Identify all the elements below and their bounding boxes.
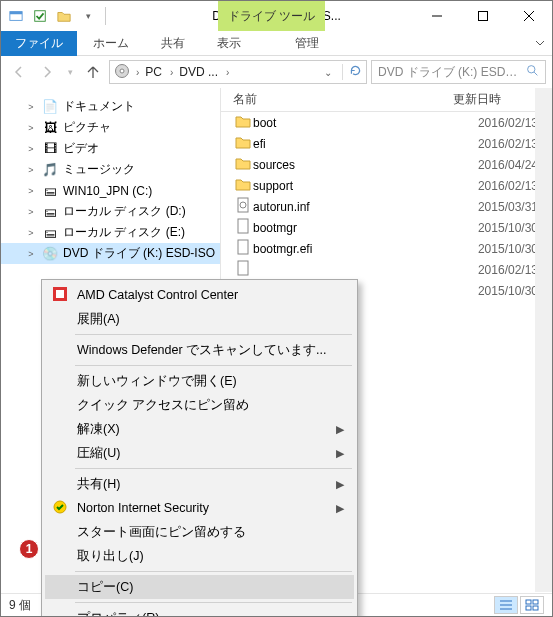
qat-new-folder-icon[interactable] (53, 5, 75, 27)
qat-app-icon[interactable] (5, 5, 27, 27)
ctx-item[interactable]: 新しいウィンドウで開く(E) (45, 369, 354, 393)
maximize-button[interactable] (460, 1, 506, 31)
ctx-item-icon (51, 500, 69, 517)
ctx-item-label: AMD Catalyst Control Center (77, 288, 238, 302)
expand-chevron[interactable]: > (25, 123, 37, 133)
ctx-item[interactable]: 共有(H) ▶ (45, 472, 354, 496)
nav-item-icon: 🎞 (41, 141, 59, 156)
file-row[interactable]: support 2016/02/13 (221, 175, 552, 196)
ribbon-expand-button[interactable] (528, 38, 552, 48)
nav-item-icon: 📄 (41, 99, 59, 114)
ribbon-tab-manage[interactable]: 管理 (279, 31, 335, 56)
file-row[interactable]: autorun.inf 2015/03/31 (221, 196, 552, 217)
nav-back-button[interactable] (7, 60, 31, 84)
file-name: bootmgr.efi (253, 242, 453, 256)
ctx-item[interactable]: 解凍(X) ▶ (45, 417, 354, 441)
ribbon-tab-home[interactable]: ホーム (77, 31, 145, 56)
ctx-item[interactable]: Norton Internet Security ▶ (45, 496, 354, 520)
nav-item[interactable]: > 🎞 ビデオ (1, 138, 220, 159)
address-row: ▾ › PC› DVD ...› ⌄ DVD ドライブ (K:) ESD-ISO… (1, 56, 552, 88)
svg-line-10 (534, 72, 537, 75)
ctx-item-label: 取り出し(J) (77, 548, 144, 565)
expand-chevron[interactable]: > (25, 249, 37, 259)
file-row[interactable]: boot 2016/02/13 (221, 112, 552, 133)
close-button[interactable] (506, 1, 552, 31)
addr-refresh-button[interactable] (342, 64, 362, 80)
col-name[interactable]: 名前 (233, 91, 453, 108)
file-row[interactable]: efi 2016/02/13 (221, 133, 552, 154)
nav-item[interactable]: > 🖼 ピクチャ (1, 117, 220, 138)
search-box[interactable]: DVD ドライブ (K:) ESD-ISOの... (371, 60, 546, 84)
expand-chevron[interactable]: > (25, 165, 37, 175)
scrollbar[interactable] (535, 88, 552, 592)
file-name: autorun.inf (253, 200, 453, 214)
svg-rect-2 (35, 11, 46, 22)
ctx-item[interactable]: クイック アクセスにピン留め (45, 393, 354, 417)
expand-chevron[interactable]: > (25, 228, 37, 238)
crumb-pc[interactable]: PC (145, 65, 162, 79)
ctx-item[interactable]: スタート画面にピン留めする (45, 520, 354, 544)
file-name: support (253, 179, 453, 193)
nav-item[interactable]: > 🎵 ミュージック (1, 159, 220, 180)
crumb-current[interactable]: DVD ... (179, 65, 218, 79)
ctx-item[interactable]: コピー(C) (45, 575, 354, 599)
nav-item-label: WIN10_JPN (C:) (63, 184, 152, 198)
expand-chevron[interactable]: > (25, 207, 37, 217)
nav-item[interactable]: > 📄 ドキュメント (1, 96, 220, 117)
window-controls (414, 1, 552, 31)
minimize-button[interactable] (414, 1, 460, 31)
file-icon (233, 239, 253, 258)
search-icon (526, 64, 539, 80)
svg-rect-22 (526, 606, 531, 610)
ribbon-file-tab[interactable]: ファイル (1, 31, 77, 56)
file-row[interactable]: 2016/02/13 (221, 259, 552, 280)
file-row[interactable]: bootmgr.efi 2015/10/30 (221, 238, 552, 259)
file-row[interactable]: bootmgr 2015/10/30 (221, 217, 552, 238)
svg-rect-23 (533, 606, 538, 610)
file-list: boot 2016/02/13 efi 2016/02/13 sources 2… (221, 112, 552, 301)
context-menu[interactable]: AMD Catalyst Control Center 展開(A) Window… (41, 279, 358, 617)
ctx-item[interactable]: 取り出し(J) (45, 544, 354, 568)
ctx-separator (75, 602, 352, 603)
ctx-item-label: スタート画面にピン留めする (77, 524, 246, 541)
nav-item-icon: 🖴 (41, 225, 59, 240)
nav-history-chevron[interactable]: ▾ (63, 60, 77, 84)
nav-item[interactable]: > 🖴 ローカル ディスク (E:) (1, 222, 220, 243)
expand-chevron[interactable]: > (25, 144, 37, 154)
file-row[interactable]: sources 2016/04/24 (221, 154, 552, 175)
addr-drive-icon (114, 63, 130, 82)
ribbon-tab-share[interactable]: 共有 (145, 31, 201, 56)
addr-dropdown-chevron[interactable]: ⌄ (320, 67, 336, 78)
file-icon (233, 218, 253, 237)
nav-up-button[interactable] (81, 60, 105, 84)
nav-item-label: ドキュメント (63, 98, 135, 115)
file-name: efi (253, 137, 453, 151)
nav-item[interactable]: > 🖴 ローカル ディスク (D:) (1, 201, 220, 222)
ribbon-tab-view[interactable]: 表示 (201, 31, 257, 56)
nav-forward-button[interactable] (35, 60, 59, 84)
ctx-item[interactable]: 圧縮(U) ▶ (45, 441, 354, 465)
ctx-item[interactable]: 展開(A) (45, 307, 354, 331)
submenu-chevron: ▶ (336, 423, 344, 436)
nav-item-label: ピクチャ (63, 119, 111, 136)
qat-customize-chevron[interactable]: ▾ (77, 5, 99, 27)
nav-item[interactable]: > 💿 DVD ドライブ (K:) ESD-ISO (1, 243, 220, 264)
ctx-item[interactable]: Windows Defender でスキャンしています... (45, 338, 354, 362)
address-bar[interactable]: › PC› DVD ...› ⌄ (109, 60, 367, 84)
ctx-item[interactable]: AMD Catalyst Control Center (45, 283, 354, 307)
ctx-item-label: プロパティ(R) (77, 610, 159, 618)
expand-chevron[interactable]: > (25, 102, 37, 112)
ctx-item-label: 圧縮(U) (77, 445, 120, 462)
svg-rect-21 (533, 600, 538, 604)
view-details-button[interactable] (494, 596, 518, 614)
column-headers[interactable]: 名前 更新日時 (221, 88, 552, 112)
file-icon (233, 134, 253, 153)
ctx-item[interactable]: プロパティ(R) (45, 606, 354, 617)
expand-chevron[interactable]: > (25, 186, 37, 196)
view-large-icons-button[interactable] (520, 596, 544, 614)
file-name: boot (253, 116, 453, 130)
qat-properties-icon[interactable] (29, 5, 51, 27)
nav-item[interactable]: > 🖴 WIN10_JPN (C:) (1, 180, 220, 201)
svg-rect-13 (238, 219, 248, 233)
svg-rect-1 (10, 12, 22, 15)
